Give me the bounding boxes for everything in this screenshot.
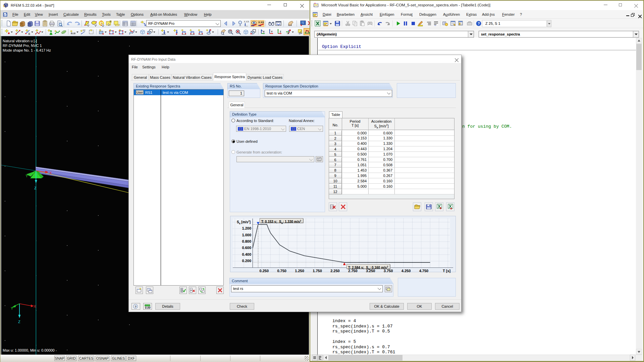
svg-text:X: X <box>49 171 52 175</box>
svg-text:Z: Z <box>18 320 20 324</box>
svg-text:X: X <box>34 304 36 308</box>
svg-text:Y: Y <box>25 174 28 178</box>
svg-text:Z: Z <box>34 186 37 190</box>
svg-text:Y: Y <box>11 306 13 310</box>
